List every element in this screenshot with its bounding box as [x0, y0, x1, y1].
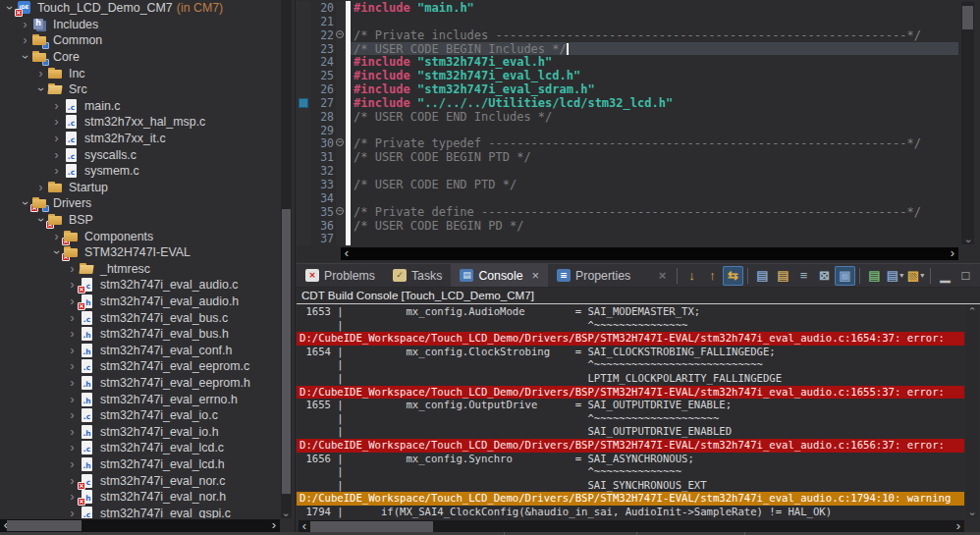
minimize-button[interactable]: ▁: [935, 266, 955, 286]
chevron-right-icon[interactable]: ›: [50, 114, 63, 130]
tree-item-stm32h747i_eval_nor.c[interactable]: ›.c×stm32h747i_eval_nor.c: [0, 472, 281, 489]
editor-line-37[interactable]: 37: [297, 232, 958, 245]
chevron-right-icon[interactable]: ›: [66, 261, 79, 277]
scrollbar-thumb[interactable]: [282, 209, 291, 494]
chevron-right-icon[interactable]: ›: [19, 17, 31, 32]
scroll-down-icon[interactable]: [280, 507, 292, 518]
new-console-dropdown[interactable]: ▧▾: [905, 266, 926, 286]
tab-problems[interactable]: ×Problems: [297, 264, 384, 287]
scroll-left-icon[interactable]: [341, 247, 353, 259]
display-selected-console-button[interactable]: ▤: [864, 266, 885, 286]
chevron-right-icon[interactable]: ›: [50, 98, 63, 114]
previous-console-button[interactable]: ↑: [702, 266, 723, 286]
console-vertical-scrollbar[interactable]: [966, 305, 978, 517]
show-on-stdout-toggle[interactable]: ▤: [752, 266, 773, 286]
chevron-right-icon[interactable]: ›: [50, 131, 63, 146]
chevron-right-icon[interactable]: ›: [66, 440, 79, 455]
pin-console-toggle[interactable]: ▣: [835, 266, 855, 286]
tree-item-STM32H747I-EVAL[interactable]: ›×STM32H747I-EVAL: [0, 244, 281, 261]
editor-line-27[interactable]: 27#include "../../../Utilities/lcd/stm32…: [297, 96, 958, 110]
tab-console[interactable]: ▤Console×: [451, 264, 548, 287]
tree-item-stm32h7xx_it.c[interactable]: ›.cstm32h7xx_it.c: [0, 131, 281, 147]
tree-item-Includes[interactable]: ›Includes: [0, 17, 281, 33]
tree-item-Inc[interactable]: ›Inc: [0, 65, 281, 81]
show-on-stderr-toggle[interactable]: ▤: [773, 266, 793, 286]
word-wrap-toggle[interactable]: ⇆: [723, 266, 743, 286]
open-console-dropdown[interactable]: ▤▾: [885, 266, 905, 286]
tree-item-stm32h747i_eval_bus.h[interactable]: ›.hstm32h747i_eval_bus.h: [0, 326, 281, 343]
project-tree[interactable]: ›×Touch_LCD_Demo_CM7(in CM7)›Includes›Co…: [0, 0, 281, 518]
scroll-down-icon[interactable]: [966, 506, 978, 517]
scroll-up-icon[interactable]: [966, 305, 978, 317]
tree-item-Components[interactable]: ›×Components: [0, 228, 281, 244]
tree-item-stm32h747i_eval_io.c[interactable]: ›.cstm32h747i_eval_io.c: [0, 407, 281, 424]
tree-item-Src[interactable]: ›Src: [0, 81, 281, 98]
editor-line-25[interactable]: 25#include "stm32h747i_eval_lcd.h": [297, 69, 958, 82]
scroll-right-icon[interactable]: [953, 520, 964, 532]
chevron-right-icon[interactable]: ›: [66, 392, 79, 407]
tree-item-main.c[interactable]: ›.cmain.c: [0, 98, 281, 115]
explorer-horizontal-scrollbar[interactable]: [0, 519, 280, 532]
tree-item-stm32h747i_eval_eeprom.h[interactable]: ›.hstm32h747i_eval_eeprom.h: [0, 375, 281, 392]
scrollbar-thumb[interactable]: [7, 520, 82, 531]
fold-collapse-icon[interactable]: −: [336, 138, 344, 146]
editor-line-20[interactable]: 20#include "main.h": [297, 1, 958, 15]
editor-line-35[interactable]: 35−/* Private define -------------------…: [297, 205, 958, 219]
editor-line-30[interactable]: 30−/* Private typedef ------------------…: [297, 136, 958, 150]
code-editor[interactable]: 20#include "main.h"2122−/* Private inclu…: [297, 0, 980, 262]
editor-line-36[interactable]: 36/* USER CODE BEGIN PD */: [297, 219, 958, 233]
scroll-left-icon[interactable]: [299, 520, 310, 532]
chevron-right-icon[interactable]: ›: [66, 375, 79, 391]
tree-item-Startup[interactable]: ›Startup: [0, 180, 281, 196]
chevron-right-icon[interactable]: ›: [66, 326, 79, 342]
editor-line-22[interactable]: 22−/* Private includes -----------------…: [297, 28, 958, 42]
tree-item-stm32h7xx_hal_msp.c[interactable]: ›.cstm32h7xx_hal_msp.c: [0, 114, 281, 131]
chevron-right-icon[interactable]: ›: [66, 456, 79, 472]
chevron-right-icon[interactable]: ›: [66, 358, 79, 374]
chevron-right-icon[interactable]: ›: [66, 424, 79, 440]
wrap-lines-toggle[interactable]: ≡: [793, 266, 814, 286]
tree-item-stm32h747i_eval_io.h[interactable]: ›.hstm32h747i_eval_io.h: [0, 423, 281, 440]
tree-item-stm32h747i_eval_eeprom.c[interactable]: ›.cstm32h747i_eval_eeprom.c: [0, 358, 281, 375]
tree-item-stm32h747i_eval_lcd.c[interactable]: ›.cstm32h747i_eval_lcd.c: [0, 440, 281, 456]
tab-properties[interactable]: ≡Properties: [548, 264, 639, 287]
clear-console-button[interactable]: ⊠: [814, 266, 835, 286]
editor-line-24[interactable]: 24#include "stm32h747i_eval.h": [297, 55, 958, 69]
scroll-right-icon[interactable]: [268, 519, 280, 531]
editor-line-23[interactable]: 23/* USER CODE BEGIN Includes */: [297, 42, 958, 56]
tree-item-Core[interactable]: ›Core: [0, 49, 281, 66]
chevron-right-icon[interactable]: ›: [66, 343, 79, 358]
maximize-button[interactable]: □: [955, 266, 976, 286]
editor-horizontal-scrollbar[interactable]: [341, 247, 958, 260]
editor-line-31[interactable]: 31/* USER CODE BEGIN PTD */: [297, 150, 958, 164]
tree-item-Touch_LCD_Demo_CM7[interactable]: ›×Touch_LCD_Demo_CM7(in CM7): [0, 0, 281, 17]
chevron-right-icon[interactable]: ›: [34, 66, 47, 81]
chevron-right-icon[interactable]: ›: [19, 32, 31, 48]
chevron-right-icon[interactable]: ›: [66, 407, 79, 423]
fold-collapse-icon[interactable]: −: [336, 207, 344, 215]
tab-tasks[interactable]: ✓Tasks: [384, 264, 451, 287]
editor-line-33[interactable]: 33/* USER CODE END PTD */: [297, 178, 958, 191]
scrollbar-thumb[interactable]: [962, 6, 973, 29]
tree-item-Drivers[interactable]: ›×Drivers: [0, 195, 281, 212]
tree-item-stm32h747i_eval_audio.h[interactable]: ›.h×stm32h747i_eval_audio.h: [0, 294, 281, 310]
editor-line-21[interactable]: 21: [297, 15, 958, 28]
editor-line-26[interactable]: 26#include "stm32h747i_eval_sdram.h": [297, 82, 958, 96]
chevron-right-icon[interactable]: ›: [66, 310, 79, 326]
editor-vertical-scrollbar[interactable]: [961, 2, 974, 244]
fold-collapse-icon[interactable]: −: [336, 30, 344, 38]
tree-item-stm32h747i_eval_audio.c[interactable]: ›.c×stm32h747i_eval_audio.c: [0, 277, 281, 294]
tree-item-stm32h747i_eval_lcd.h[interactable]: ›.hstm32h747i_eval_lcd.h: [0, 456, 281, 473]
editor-lines[interactable]: 20#include "main.h"2122−/* Private inclu…: [297, 1, 958, 246]
chevron-right-icon[interactable]: ›: [50, 147, 63, 163]
tree-item-BSP[interactable]: ›×BSP: [0, 212, 281, 229]
remove-launch-button[interactable]: ×: [652, 266, 673, 286]
tree-item-stm32h747i_eval_bus.c[interactable]: ›.cstm32h747i_eval_bus.c: [0, 309, 281, 326]
tree-item-Common[interactable]: ›Common: [0, 32, 281, 49]
chevron-right-icon[interactable]: ›: [66, 506, 79, 518]
tree-item-_htmresc[interactable]: ›_htmresc: [0, 261, 281, 278]
close-icon[interactable]: ×: [532, 268, 540, 283]
editor-line-29[interactable]: 29: [297, 124, 958, 137]
chevron-right-icon[interactable]: ›: [50, 163, 63, 179]
editor-line-28[interactable]: 28/* USER CODE END Includes */: [297, 110, 958, 124]
